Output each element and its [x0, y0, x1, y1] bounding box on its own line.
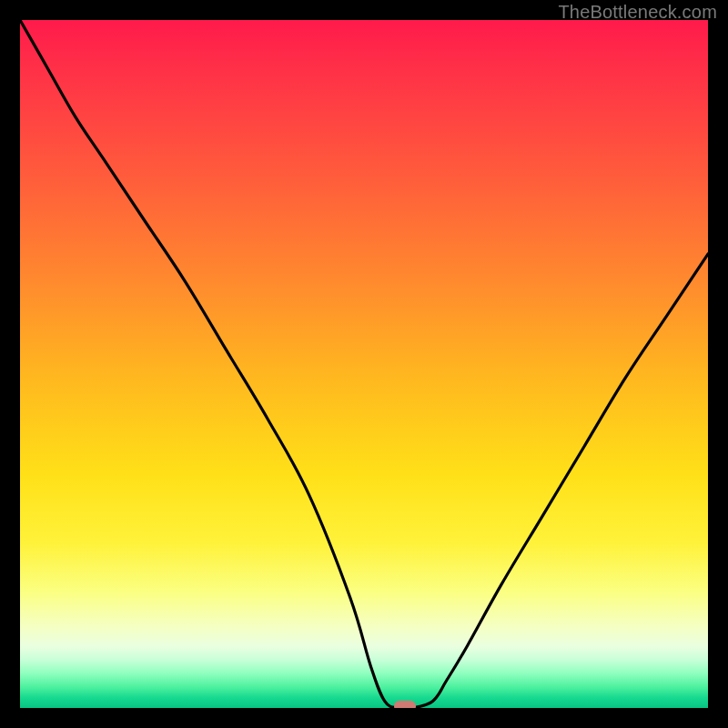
- plot-area: [20, 20, 708, 708]
- bottleneck-curve: [20, 20, 708, 708]
- optimal-marker: [394, 701, 416, 708]
- watermark-text: TheBottleneck.com: [558, 2, 717, 23]
- chart-frame: TheBottleneck.com: [0, 0, 728, 728]
